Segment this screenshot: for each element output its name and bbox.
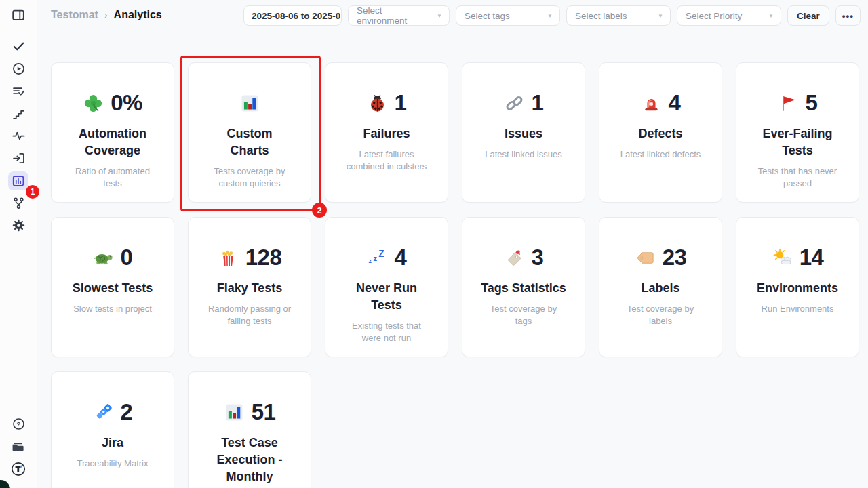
card-value: 5: [806, 90, 818, 116]
environment-select[interactable]: Select environment ▼: [348, 5, 450, 26]
sidebar-item-runs[interactable]: [7, 58, 30, 80]
card-defects[interactable]: 4DefectsLatest linked defects: [599, 62, 722, 203]
chevron-down-icon: ▼: [768, 13, 774, 19]
label-tag-icon: [635, 247, 656, 268]
sidebar-toggle-button[interactable]: [8, 5, 28, 24]
header: Testomat › Analytics 2025-08-06 to 2025-…: [38, 0, 868, 31]
bar-chart-square-icon: [8, 171, 28, 190]
sidebar-item-pulse[interactable]: [7, 125, 30, 147]
tags-select-label: Select tags: [465, 11, 510, 21]
more-options-button[interactable]: •••: [835, 5, 861, 26]
annotation-step-1-badge: 1: [26, 185, 39, 199]
card-subtitle: Run Environments: [743, 303, 852, 315]
card-issues[interactable]: 1IssuesLatest linked issues: [462, 62, 585, 203]
tags-select[interactable]: Select tags ▼: [456, 5, 560, 26]
sidebar-item-settings[interactable]: [7, 214, 30, 237]
card-value: 1: [395, 90, 407, 116]
card-title: Environments: [736, 280, 859, 297]
card-title: Never Run Tests: [326, 280, 448, 314]
card-test-case-execution-monthly[interactable]: 51Test Case Execution - Monthly: [188, 371, 311, 488]
card-header: 128: [189, 245, 311, 270]
chart-emoji-icon: [239, 93, 260, 114]
card-header: 5: [736, 90, 859, 116]
card-subtitle: Latest linked issues: [469, 148, 578, 161]
card-value: 51: [252, 399, 276, 425]
labels-select[interactable]: Select labels ▼: [566, 5, 671, 26]
card-failures[interactable]: 1FailuresLatest failures combined in cul…: [325, 62, 448, 203]
card-automation-coverage[interactable]: 0%Automation CoverageRatio of automated …: [51, 62, 174, 203]
card-slowest-tests[interactable]: 0Slowest TestsSlow tests in project: [51, 217, 174, 357]
card-subtitle: Latest failures combined in culsters: [332, 148, 441, 172]
import-icon: [8, 149, 28, 168]
sidebar-item-check[interactable]: [7, 35, 30, 58]
labels-select-label: Select labels: [575, 11, 627, 21]
zzz-icon: zzZ: [367, 247, 388, 268]
card-header: 51: [189, 399, 311, 425]
stairs-icon: [8, 104, 28, 123]
sun-cloud-icon: [772, 247, 793, 268]
priority-select[interactable]: Select Priority ▼: [677, 5, 781, 26]
card-ever-failing-tests[interactable]: 5Ever-Failing TestsTests that has never …: [736, 62, 859, 203]
card-title: Defects: [599, 125, 722, 142]
card-value: 1: [532, 90, 544, 116]
card-value: 2: [121, 399, 133, 425]
breadcrumb: Testomat › Analytics: [51, 9, 162, 21]
sidebar-item-import[interactable]: [7, 147, 30, 169]
sidebar-item-docs[interactable]: [7, 435, 30, 458]
popcorn-icon: [218, 247, 239, 268]
clover-icon: [83, 93, 104, 114]
breadcrumb-root[interactable]: Testomat: [51, 9, 98, 21]
card-subtitle: Test coverage by tags: [469, 303, 578, 327]
card-value: 0%: [111, 90, 142, 116]
card-jira[interactable]: 2JiraTraceability Matrix: [51, 371, 174, 488]
card-title: Issues: [462, 125, 585, 142]
card-subtitle: Existing tests that were not run: [332, 320, 441, 344]
card-title: Jira: [52, 434, 174, 451]
chevron-down-icon: ▼: [547, 13, 553, 19]
pulse-icon: [8, 127, 28, 146]
card-tags-statistics[interactable]: 3Tags StatisticsTest coverage by tags: [462, 217, 585, 357]
card-subtitle: Latest linked defects: [606, 148, 715, 161]
card-custom-charts[interactable]: Custom ChartsTests coverage by custom qu…: [188, 62, 311, 203]
card-flaky-tests[interactable]: 128Flaky TestsRandomly passing or failin…: [188, 217, 311, 357]
card-subtitle: Ratio of automated tests: [58, 165, 167, 189]
card-subtitle: Traceability Matrix: [58, 458, 167, 470]
jira-icon: [93, 402, 114, 423]
environment-select-label: Select environment: [357, 5, 431, 26]
panel-toggle-icon: [11, 7, 26, 22]
help-circle-icon: ?: [8, 415, 28, 434]
sidebar: ?: [0, 0, 37, 488]
card-title: Tags Statistics: [462, 280, 585, 297]
sidebar-item-logo[interactable]: [7, 458, 30, 480]
page-title: Analytics: [114, 9, 162, 21]
card-never-run-tests[interactable]: zzZ4Never Run TestsExisting tests that w…: [325, 217, 448, 357]
card-title: Labels: [599, 280, 722, 297]
ladybug-icon: [367, 93, 388, 114]
bookmark-tag-icon: [504, 247, 525, 268]
sidebar-item-help[interactable]: ?: [7, 413, 30, 435]
card-value: 4: [395, 245, 407, 270]
card-header: 0%: [52, 90, 174, 116]
card-labels[interactable]: 23LabelsTest coverage by labels: [599, 217, 722, 357]
list-check-icon: [8, 82, 28, 101]
filter-bar: 2025-08-06 to 2025-0 Select environment …: [243, 5, 861, 26]
card-grid: 0%Automation CoverageRatio of automated …: [51, 62, 859, 488]
card-title: Failures: [326, 125, 448, 142]
card-header: 2: [52, 399, 174, 425]
svg-text:?: ?: [16, 420, 20, 428]
date-range-input[interactable]: 2025-08-06 to 2025-0: [243, 5, 342, 26]
sidebar-item-steps[interactable]: [7, 102, 30, 125]
card-subtitle: Slow tests in project: [58, 303, 167, 315]
clear-button[interactable]: Clear: [787, 5, 829, 26]
card-title: Slowest Tests: [52, 280, 174, 297]
siren-icon: [641, 93, 662, 114]
svg-text:z: z: [373, 253, 377, 262]
sidebar-item-test-plans[interactable]: [7, 80, 30, 102]
gear-icon: [8, 216, 28, 235]
card-title: Flaky Tests: [189, 280, 311, 297]
card-environments[interactable]: 14EnvironmentsRun Environments: [736, 217, 859, 357]
link-icon: [504, 93, 525, 114]
card-title: Automation Coverage: [52, 125, 174, 159]
card-subtitle: Test coverage by labels: [606, 303, 715, 327]
card-subtitle: Tests that has never passed: [743, 165, 852, 189]
